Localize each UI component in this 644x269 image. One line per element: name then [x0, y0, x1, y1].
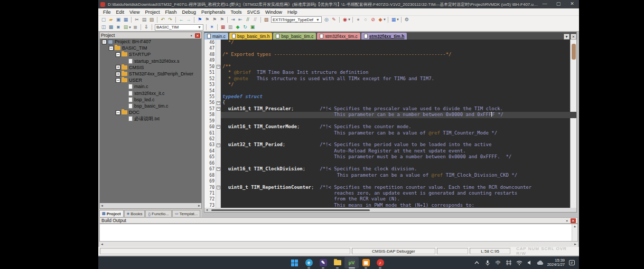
code-line-59[interactable]: 59	[204, 118, 576, 124]
project-panel-close-icon[interactable]: ✕	[195, 33, 200, 38]
menu-view[interactable]: View	[127, 9, 142, 15]
tree-item[interactable]: −Project: BH-F407	[100, 39, 201, 45]
menu-tools[interactable]: Tools	[228, 9, 244, 15]
navigate-back-button[interactable]: ←	[178, 16, 185, 23]
clear-bookmarks-button[interactable]: ⚑	[218, 16, 226, 23]
paste-button[interactable]: ▨	[148, 16, 155, 23]
menu-project[interactable]: Project	[142, 9, 162, 15]
fold-collapse-icon[interactable]: −	[217, 107, 220, 111]
project-hscrollbar[interactable]: ◄ ►	[100, 203, 201, 208]
build-output-close-icon[interactable]: ✕	[571, 218, 576, 223]
tree-item[interactable]: stm32f4xx_it.c	[100, 90, 201, 97]
code-editor[interactable]: 46 */4748/* Exported types -------------…	[204, 40, 576, 209]
scroll-up-icon[interactable]: ▲	[573, 225, 577, 228]
editor-tab-bsp_basic_tim-c[interactable]: bsp_basic_tim.c	[273, 33, 316, 40]
previous-bookmark-button[interactable]: ⚑	[203, 16, 211, 23]
code-line-72[interactable]: 72 from the RCR value (N).	[204, 196, 576, 202]
next-bookmark-button[interactable]: ⚑	[211, 16, 218, 23]
toggle-breakpoint-button[interactable]: ●	[354, 16, 362, 23]
pin-icon[interactable]: ▪	[189, 33, 194, 38]
editor-hscroll-thumb[interactable]	[211, 209, 370, 211]
stop-build-button[interactable]: ◼	[132, 24, 139, 31]
scroll-left-icon[interactable]: ◄	[204, 208, 209, 212]
code-line-51[interactable]: 51 * @brief TIM Time Base Init structure…	[204, 70, 576, 75]
menu-window[interactable]: Window	[263, 9, 285, 15]
chevron-down-icon[interactable]: ▼	[315, 18, 320, 22]
code-line-66[interactable]: 66	[204, 160, 576, 166]
scroll-right-icon[interactable]: ►	[198, 204, 201, 207]
build-output-content[interactable]: ▲	[99, 224, 578, 242]
find-next-button[interactable]: ◎	[323, 16, 330, 23]
dropdown-arrow-icon[interactable]: ▼	[348, 18, 351, 21]
tree-item[interactable]: bsp_led.c	[100, 97, 201, 103]
target-select-combo[interactable]: BASIC_TIM▼	[155, 24, 203, 31]
collapse-icon[interactable]: −	[102, 40, 107, 44]
keil-uvision-app[interactable]: μV	[344, 257, 359, 268]
collapse-icon[interactable]: −	[109, 46, 114, 51]
fold-collapse-icon[interactable]: −	[217, 167, 220, 171]
code-line-62[interactable]: 62	[204, 136, 576, 142]
uncomment-selection-button[interactable]: //	[251, 16, 259, 23]
edge-browser-app[interactable]: e	[302, 257, 316, 268]
fold-collapse-icon[interactable]: −	[217, 101, 220, 105]
volume-icon[interactable]	[526, 258, 534, 267]
code-line-63[interactable]: 63− uint32_t TIM_Period; /*!< Specifies …	[204, 142, 576, 148]
code-line-50[interactable]: 50−/**	[204, 64, 576, 70]
tree-item[interactable]: +CMSIS	[100, 64, 201, 71]
workspace-tab-functio[interactable]: {}Functio...	[145, 210, 172, 217]
tree-item[interactable]: −BASIC_TIM	[100, 45, 201, 51]
rebuild-button[interactable]: ◙	[115, 24, 122, 31]
editor-tab-stm32f4xx_tim-h[interactable]: stm32f4xx_tim.h	[361, 33, 407, 40]
disable-breakpoint-button[interactable]: ⊘	[369, 16, 377, 23]
menu-peripherals[interactable]: Peripherals	[199, 9, 228, 15]
code-line-52[interactable]: 52 * @note This structure is used with a…	[204, 76, 576, 82]
dropdown-arrow-icon[interactable]: ▼	[383, 18, 386, 21]
outdent-button[interactable]: ⇤	[237, 16, 244, 23]
code-line-60[interactable]: 60− uint16_t TIM_CounterMode; /*!< Speci…	[204, 124, 576, 130]
menu-flash[interactable]: Flash	[162, 9, 179, 15]
scroll-left-icon[interactable]: ◄	[100, 243, 104, 246]
books-button[interactable]: ▧	[263, 16, 270, 23]
collapse-icon[interactable]: −	[116, 110, 120, 115]
refresh-button[interactable]: ↻	[241, 24, 249, 31]
save-all-button[interactable]: ▦	[122, 16, 129, 23]
build-output-vscrollbar[interactable]: ▲	[572, 224, 577, 241]
close-document-icon[interactable]: ✕	[571, 34, 576, 40]
insert-bookmark-button[interactable]: ⚑	[196, 16, 203, 23]
code-line-55[interactable]: 55typedef struct	[204, 94, 576, 100]
code-line-64[interactable]: 64 Auto-Reload Register at the next upda…	[204, 148, 576, 154]
undo-button[interactable]: ↶	[159, 16, 166, 23]
dropdown-arrow-icon[interactable]: ▼	[396, 18, 399, 21]
build-button[interactable]: ▩	[107, 24, 115, 31]
code-line-54[interactable]: 54	[204, 88, 576, 94]
netease-music-app[interactable]: ♪	[373, 257, 387, 268]
minimize-button[interactable]: —	[538, 0, 552, 8]
tray-expand-chevron-icon[interactable]	[473, 258, 481, 267]
pin-icon[interactable]: ▪	[565, 218, 570, 223]
ime-grid-icon[interactable]	[505, 258, 513, 267]
expand-icon[interactable]: +	[116, 72, 120, 76]
annotation-pen-app[interactable]: ✎	[316, 257, 330, 268]
save-button[interactable]: ▣	[115, 16, 122, 23]
fold-collapse-icon[interactable]: −	[217, 186, 220, 189]
wifi-icon[interactable]	[515, 258, 524, 267]
pack-installer-button[interactable]: ▣	[249, 24, 256, 31]
manage-rte-button[interactable]: ◆	[234, 24, 241, 31]
code-line-57[interactable]: 57− uint16_t TIM_Prescaler; /*!< Specifi…	[204, 106, 576, 112]
tree-item[interactable]: +STM32F4xx_StdPeriph_Driver	[100, 71, 201, 77]
code-line-70[interactable]: 70− uint8_t TIM_RepetitionCounter; /*!< …	[204, 185, 576, 190]
enable-breakpoint-button[interactable]: ○	[362, 16, 369, 23]
workspace-tab-project[interactable]: ▤Project	[99, 210, 124, 217]
menu-help[interactable]: Help	[285, 9, 300, 15]
maximize-button[interactable]: ▢	[552, 0, 565, 8]
tree-item[interactable]: −DOC	[100, 109, 201, 116]
scroll-right-icon[interactable]: ►	[574, 243, 577, 246]
code-line-71[interactable]: 71 reaches zero, an update event is gene…	[204, 190, 576, 196]
editor-tab-main-c[interactable]: main.c	[204, 33, 228, 40]
code-line-67[interactable]: 67− uint16_t TIM_ClockDivision; /*!< Spe…	[204, 166, 576, 172]
fold-collapse-icon[interactable]: −	[217, 143, 220, 147]
fold-collapse-icon[interactable]: −	[217, 65, 220, 69]
options-for-target-button[interactable]: ✶	[208, 24, 216, 31]
redo-button[interactable]: ↷	[166, 16, 174, 23]
translate-file-button[interactable]: ◫	[100, 24, 107, 31]
